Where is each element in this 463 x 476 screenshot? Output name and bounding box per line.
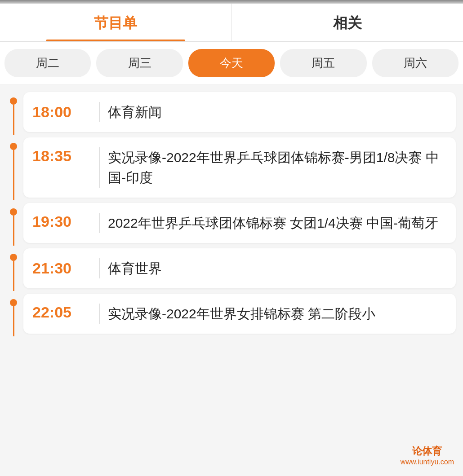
timeline-dot-0	[10, 97, 17, 105]
tab-related[interactable]: 相关	[232, 4, 463, 41]
schedule-title-3: 体育世界	[108, 258, 162, 278]
schedule-title-2: 2022年世界乒乓球团体锦标赛 女团1/4决赛 中国-葡萄牙	[108, 213, 438, 233]
schedule-divider-1	[99, 147, 100, 188]
schedule-divider-2	[99, 213, 100, 233]
day-btn-今天[interactable]: 今天	[188, 49, 275, 77]
timeline-col-2	[7, 200, 20, 246]
schedule-item-wrapper-0: 18:00体育新闻	[7, 89, 456, 135]
schedule-time-3: 21:30	[32, 260, 91, 277]
schedule-time-0: 18:00	[32, 103, 91, 121]
timeline-col-0	[7, 89, 20, 135]
top-image-strip	[0, 0, 463, 4]
schedule-item-wrapper-1: 18:35实况录像-2022年世界乒乓球团体锦标赛-男团1/8决赛 中国-印度	[7, 135, 456, 200]
schedule-card-4[interactable]: 22:05实况录像-2022年世界女排锦标赛 第二阶段小	[23, 294, 456, 334]
schedule-divider-0	[99, 102, 100, 122]
watermark: 论体育 www.iuntiyu.com	[401, 445, 454, 467]
schedule-title-0: 体育新闻	[108, 102, 162, 122]
watermark-icon: 论体育	[401, 445, 454, 458]
schedule-item-wrapper-2: 19:302022年世界乒乓球团体锦标赛 女团1/4决赛 中国-葡萄牙	[7, 200, 456, 246]
timeline-line-4	[13, 306, 14, 336]
tab-schedule-label: 节目单	[94, 15, 137, 31]
schedule-title-1: 实况录像-2022年世界乒乓球团体锦标赛-男团1/8决赛 中国-印度	[108, 147, 447, 188]
timeline-line-0	[13, 105, 14, 135]
timeline-col-1	[7, 135, 20, 200]
tab-schedule[interactable]: 节目单	[0, 4, 232, 41]
schedule-divider-3	[99, 258, 100, 278]
timeline-line-1	[13, 150, 14, 200]
day-btn-周二[interactable]: 周二	[4, 49, 91, 77]
schedule-time-1: 18:35	[32, 147, 91, 165]
schedule-title-4: 实况录像-2022年世界女排锦标赛 第二阶段小	[108, 304, 375, 324]
main-tabs: 节目单 相关	[0, 4, 463, 42]
schedule-item-wrapper-4: 22:05实况录像-2022年世界女排锦标赛 第二阶段小	[7, 291, 456, 336]
schedule-divider-4	[99, 304, 100, 324]
tab-related-label: 相关	[333, 15, 362, 31]
day-btn-周五[interactable]: 周五	[280, 49, 366, 77]
timeline-col-4	[7, 291, 20, 336]
schedule-time-4: 22:05	[32, 304, 91, 321]
timeline-line-2	[13, 216, 14, 246]
timeline-line-3	[13, 261, 14, 291]
schedule-item-wrapper-3: 21:30体育世界	[7, 246, 456, 291]
schedule-list: 18:00体育新闻18:35实况录像-2022年世界乒乓球团体锦标赛-男团1/8…	[0, 85, 463, 341]
timeline-col-3	[7, 246, 20, 291]
day-selector: 周二周三今天周五周六	[0, 42, 463, 85]
timeline-dot-2	[10, 208, 17, 216]
watermark-url: www.iuntiyu.com	[401, 458, 454, 467]
schedule-time-2: 19:30	[32, 213, 91, 230]
day-btn-周三[interactable]: 周三	[96, 49, 183, 77]
timeline-dot-3	[10, 254, 17, 261]
schedule-card-0[interactable]: 18:00体育新闻	[23, 92, 456, 132]
day-btn-周六[interactable]: 周六	[372, 49, 459, 77]
timeline-dot-4	[10, 299, 17, 306]
schedule-card-1[interactable]: 18:35实况录像-2022年世界乒乓球团体锦标赛-男团1/8决赛 中国-印度	[23, 137, 456, 198]
timeline-dot-1	[10, 143, 17, 150]
schedule-card-3[interactable]: 21:30体育世界	[23, 248, 456, 288]
schedule-card-2[interactable]: 19:302022年世界乒乓球团体锦标赛 女团1/4决赛 中国-葡萄牙	[23, 203, 456, 243]
